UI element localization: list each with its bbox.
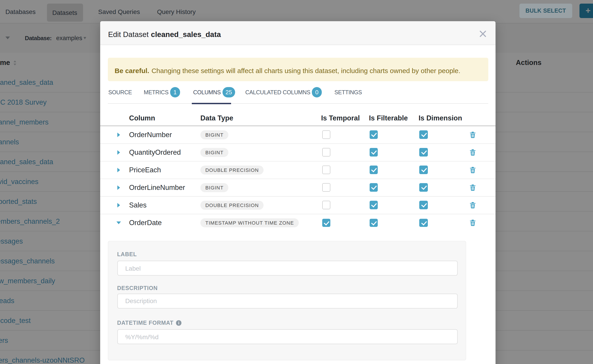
delete-column-icon[interactable] [470, 131, 476, 138]
checkbox-is-filterable[interactable] [369, 166, 378, 174]
tab-label: SOURCE [108, 89, 132, 95]
checkbox-is-filterable[interactable] [369, 148, 378, 156]
checkbox-is-temporal[interactable] [322, 219, 330, 227]
is-dimension-header: Is Dimension [419, 110, 462, 126]
checkbox-is-temporal[interactable] [322, 148, 330, 156]
columns-count-badge: 25 [222, 87, 235, 98]
columns-table-header: Column Data Type Is Temporal Is Filterab… [100, 104, 495, 126]
data-type-pill: TIMESTAMP WITHOUT TIME ZONE [200, 218, 299, 227]
column-name: OrderDate [129, 214, 162, 232]
tab-label: COLUMNS [193, 89, 221, 95]
datetime-format-label-text: DATETIME FORMAT [117, 320, 173, 326]
delete-column-icon[interactable] [470, 167, 476, 173]
label-field-label: LABEL [117, 251, 137, 258]
column-name: Sales [129, 196, 147, 214]
column-row-sales: Sales DOUBLE PRECISION [100, 196, 495, 214]
delete-column-icon[interactable] [470, 202, 476, 208]
checkbox-is-dimension[interactable] [419, 130, 428, 139]
tab-label: CALCULATED COLUMNS [245, 89, 310, 95]
column-row-priceeach: PriceEach DOUBLE PRECISION [100, 161, 495, 179]
expand-caret-icon[interactable] [117, 132, 120, 137]
is-filterable-header: Is Filterable [369, 110, 408, 126]
column-type: DOUBLE PRECISION [200, 161, 264, 179]
column-name: QuantityOrdered [129, 144, 181, 161]
checkbox-is-dimension[interactable] [419, 201, 428, 209]
data-type-header: Data Type [200, 110, 233, 126]
modal-title: Edit Dataset cleaned_sales_data [108, 21, 221, 45]
data-type-pill: DOUBLE PRECISION [200, 201, 264, 210]
info-icon[interactable]: i [176, 320, 181, 326]
datetime-format-field-label: DATETIME FORMATi [117, 320, 181, 326]
delete-column-icon[interactable] [470, 149, 476, 155]
modal-title-prefix: Edit Dataset [108, 30, 149, 39]
data-type-pill: BIGINT [200, 148, 229, 157]
expand-caret-icon[interactable] [117, 168, 120, 172]
column-type: DOUBLE PRECISION [200, 196, 264, 214]
tab-calculated-columns[interactable]: CALCULATED COLUMNS0 [245, 85, 322, 104]
metrics-count-badge: 1 [170, 87, 180, 98]
column-type: BIGINT [200, 144, 229, 161]
warning-alert: Be careful. Changing these settings will… [108, 58, 488, 81]
tab-source[interactable]: SOURCE [108, 85, 132, 104]
column-name: PriceEach [129, 161, 161, 179]
column-row-orderlinenumber: OrderLineNumber BIGINT [100, 179, 495, 196]
column-type: BIGINT [200, 179, 229, 196]
checkbox-is-filterable[interactable] [369, 183, 378, 192]
is-temporal-header: Is Temporal [321, 110, 360, 126]
column-type: TIMESTAMP WITHOUT TIME ZONE [200, 214, 299, 232]
column-row-orderdate: OrderDate TIMESTAMP WITHOUT TIME ZONE [100, 214, 495, 232]
collapse-caret-icon[interactable] [116, 221, 121, 224]
warning-bold-text: Be careful. [115, 67, 149, 74]
delete-column-icon[interactable] [470, 220, 476, 226]
modal-title-dataset-name: cleaned_sales_data [151, 30, 221, 39]
column-row-ordernumber: OrderNumber BIGINT [100, 126, 495, 144]
checkbox-is-dimension[interactable] [419, 219, 428, 227]
warning-text: Changing these settings will affect all … [152, 67, 460, 74]
expand-caret-icon[interactable] [117, 203, 120, 207]
tab-columns[interactable]: COLUMNS25 [193, 85, 235, 104]
close-icon[interactable] [480, 30, 486, 37]
data-type-pill: BIGINT [200, 130, 229, 139]
tab-label: METRICS [144, 89, 169, 95]
column-name: OrderNumber [129, 126, 172, 144]
checkbox-is-temporal[interactable] [322, 201, 330, 209]
tab-label: SETTINGS [334, 89, 362, 95]
tab-settings[interactable]: SETTINGS [334, 85, 362, 104]
columns-table: Column Data Type Is Temporal Is Filterab… [100, 104, 495, 232]
checkbox-is-dimension[interactable] [419, 183, 428, 192]
expand-caret-icon[interactable] [117, 185, 120, 190]
checkbox-is-temporal[interactable] [322, 130, 330, 139]
modal-header: Edit Dataset cleaned_sales_data [100, 21, 495, 45]
expand-caret-icon[interactable] [117, 150, 120, 155]
delete-column-icon[interactable] [470, 184, 476, 191]
checkbox-is-temporal[interactable] [322, 166, 330, 174]
column-name: OrderLineNumber [129, 179, 185, 196]
checkbox-is-filterable[interactable] [369, 201, 378, 209]
checkbox-is-dimension[interactable] [419, 148, 428, 156]
modal-tabs: SOURCE METRICS1 COLUMNS25 CALCULATED COL… [108, 85, 488, 104]
column-row-quantityordered: QuantityOrdered BIGINT [100, 144, 495, 161]
edit-dataset-modal: Edit Dataset cleaned_sales_data Be caref… [100, 21, 495, 364]
data-type-pill: BIGINT [200, 183, 229, 192]
checkbox-is-filterable[interactable] [369, 219, 378, 227]
datetime-format-input[interactable] [117, 329, 458, 344]
checkbox-is-filterable[interactable] [369, 130, 378, 139]
column-type: BIGINT [200, 126, 229, 144]
column-header: Column [129, 110, 155, 126]
checkbox-is-temporal[interactable] [322, 183, 330, 192]
tab-metrics[interactable]: METRICS1 [144, 85, 180, 104]
description-input[interactable] [117, 293, 458, 308]
viewport: Databases Datasets Saved Queries Query H… [0, 0, 593, 364]
calculated-columns-count-badge: 0 [312, 87, 322, 98]
description-field-label: DESCRIPTION [117, 285, 158, 291]
column-editor-panel: LABEL DESCRIPTION DATETIME FORMATi [108, 241, 466, 360]
label-input[interactable] [117, 261, 458, 276]
data-type-pill: DOUBLE PRECISION [200, 166, 264, 175]
bulk-select-button[interactable]: BULK SELECT [519, 4, 572, 18]
checkbox-is-dimension[interactable] [419, 166, 428, 174]
